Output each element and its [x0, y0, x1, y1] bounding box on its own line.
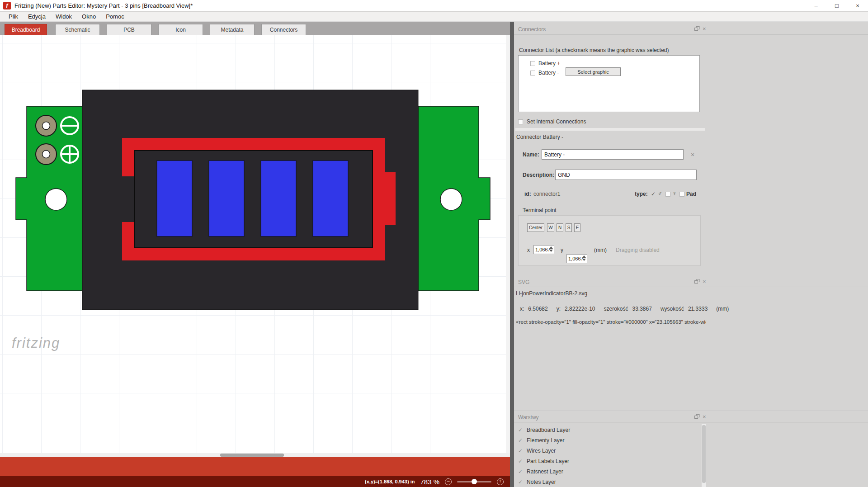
- connector-list: Battery + Battery - Select graphic: [518, 55, 700, 112]
- charge-bar-4[interactable]: [313, 161, 348, 236]
- set-internal-connections[interactable]: Set Internal Connections: [518, 118, 586, 125]
- select-graphic-button[interactable]: Select graphic: [566, 67, 621, 76]
- charge-bar-3[interactable]: [261, 161, 296, 236]
- layer-row-part-labels[interactable]: ✓ Part Labels Layer: [518, 458, 569, 464]
- spinner-down-icon[interactable]: [549, 250, 553, 252]
- right-mounting-hole: [440, 189, 462, 210]
- set-internal-checkbox[interactable]: [518, 119, 523, 124]
- layers-panel-title: Warstwy: [518, 414, 539, 421]
- panel-splitter[interactable]: [510, 22, 514, 487]
- description-label: Description:: [523, 172, 554, 178]
- tab-metadata[interactable]: Metadata: [210, 24, 255, 35]
- anchor-east-button[interactable]: E: [574, 223, 580, 232]
- zoom-level: 783 %: [420, 478, 439, 486]
- anchor-south-button[interactable]: S: [566, 223, 572, 232]
- minimize-button[interactable]: –: [806, 0, 826, 11]
- layer-check-icon[interactable]: ✓: [518, 468, 523, 475]
- float-panel-icon[interactable]: [694, 26, 700, 31]
- pad-type-checkbox[interactable]: [679, 192, 684, 197]
- svg-width-value: 33.3867: [632, 306, 652, 312]
- svg-x-label: x:: [520, 306, 524, 312]
- connector-checkbox[interactable]: [530, 61, 535, 66]
- tab-schematic[interactable]: Schematic: [55, 24, 100, 35]
- spinner-down-icon[interactable]: [582, 259, 586, 261]
- layer-check-icon[interactable]: ✓: [518, 458, 523, 464]
- female-type-icon: ♀: [672, 190, 677, 197]
- tab-breadboard[interactable]: Breadboard: [5, 24, 47, 35]
- layer-check-icon[interactable]: ✓: [518, 427, 523, 433]
- tab-icon[interactable]: Icon: [158, 24, 203, 35]
- canvas-vertical-scrollbar[interactable]: [506, 35, 510, 453]
- connector-row-battery-minus[interactable]: Battery -: [530, 70, 559, 76]
- id-value: connector1: [533, 191, 560, 197]
- svg-width-label: szerokość: [604, 306, 628, 312]
- layer-check-icon[interactable]: ✓: [518, 448, 523, 454]
- layer-row-notes[interactable]: ✓ Notes Layer: [518, 479, 556, 485]
- float-panel-icon[interactable]: [694, 414, 700, 419]
- zoom-in-icon[interactable]: +: [497, 478, 504, 485]
- maximize-button[interactable]: □: [826, 0, 847, 11]
- layers-scrollbar[interactable]: [702, 424, 706, 487]
- layer-row-ratsnest[interactable]: ✓ Ratsnest Layer: [518, 468, 563, 475]
- close-panel-icon[interactable]: ×: [703, 27, 706, 31]
- cursor-coordinates: (x,y)=(1.868, 0.943) in: [365, 479, 415, 484]
- menu-edycja[interactable]: Edycja: [23, 12, 51, 21]
- layer-label: Elementy Layer: [527, 437, 564, 444]
- battery-plus-pad[interactable]: [36, 144, 57, 165]
- plus-symbol-icon: [61, 146, 78, 163]
- female-type-checkbox[interactable]: [665, 192, 670, 197]
- tab-connectors[interactable]: Connectors: [261, 24, 306, 35]
- terminal-point-group: [518, 215, 701, 266]
- float-panel-icon[interactable]: [694, 279, 700, 284]
- clear-name-icon[interactable]: ×: [691, 151, 694, 158]
- y-coord-spinner[interactable]: 1,0667: [566, 254, 587, 263]
- connector-checkbox[interactable]: [530, 71, 535, 76]
- zoom-slider[interactable]: [457, 481, 491, 482]
- battery-minus-pad[interactable]: [36, 115, 57, 136]
- svg-filename: Li-jonPowerIndicatorBB-2.svg: [516, 290, 587, 297]
- fritzing-watermark: fritzing: [12, 335, 60, 351]
- menu-pomoc[interactable]: Pomoc: [101, 12, 129, 21]
- svg-panel-title: SVG: [518, 279, 529, 285]
- close-button[interactable]: ×: [847, 0, 868, 11]
- anchor-center-button[interactable]: Center: [527, 223, 544, 232]
- svg-code-line: <rect stroke-opacity="1" fill-opacity="1…: [516, 319, 706, 325]
- spinner-up-icon[interactable]: [582, 255, 586, 258]
- part-graphic[interactable]: [0, 35, 510, 453]
- terminal-point-label: Terminal point: [523, 207, 557, 213]
- menu-bar: Plik Edycja Widok Okno Pomoc: [0, 12, 868, 22]
- layer-row-elementy[interactable]: ✓ Elementy Layer: [518, 437, 564, 444]
- layer-check-icon[interactable]: ✓: [518, 437, 523, 444]
- scrollbar-thumb[interactable]: [702, 425, 706, 483]
- menu-okno[interactable]: Okno: [77, 12, 101, 21]
- status-bar: (x,y)=(1.868, 0.943) in 783 % − +: [0, 476, 510, 487]
- layer-label: Part Labels Layer: [527, 458, 569, 464]
- menu-plik[interactable]: Plik: [4, 12, 23, 21]
- scrollbar-thumb[interactable]: [220, 454, 284, 457]
- name-input[interactable]: Battery -: [542, 149, 684, 160]
- anchor-west-button[interactable]: W: [547, 223, 554, 232]
- menu-widok[interactable]: Widok: [51, 12, 77, 21]
- id-label: id:: [524, 191, 531, 197]
- close-panel-icon[interactable]: ×: [703, 279, 706, 284]
- connector-row-battery-plus[interactable]: Battery +: [530, 60, 560, 66]
- charge-bar-2[interactable]: [209, 161, 244, 236]
- spinner-up-icon[interactable]: [549, 246, 553, 249]
- canvas-horizontal-scrollbar[interactable]: [0, 453, 510, 457]
- layer-check-icon[interactable]: ✓: [518, 479, 523, 485]
- breadboard-canvas[interactable]: fritzing: [0, 35, 510, 453]
- connectors-panel-title: Connectors: [518, 26, 546, 33]
- description-input[interactable]: GND: [555, 170, 697, 180]
- close-panel-icon[interactable]: ×: [703, 415, 706, 419]
- charge-bar-1[interactable]: [157, 161, 192, 236]
- x-coord-spinner[interactable]: 1,0667: [533, 245, 554, 254]
- zoom-out-icon[interactable]: −: [445, 478, 452, 485]
- svg-unit-label: (mm): [716, 306, 729, 312]
- layer-row-breadboard[interactable]: ✓ Breadboard Layer: [518, 427, 570, 433]
- layer-row-wires[interactable]: ✓ Wires Layer: [518, 448, 556, 454]
- anchor-north-button[interactable]: N: [557, 223, 563, 232]
- male-checked-icon[interactable]: ✓: [651, 191, 656, 197]
- set-internal-label: Set Internal Connections: [527, 118, 586, 125]
- tab-pcb[interactable]: PCB: [107, 24, 151, 35]
- zoom-slider-thumb[interactable]: [472, 479, 477, 484]
